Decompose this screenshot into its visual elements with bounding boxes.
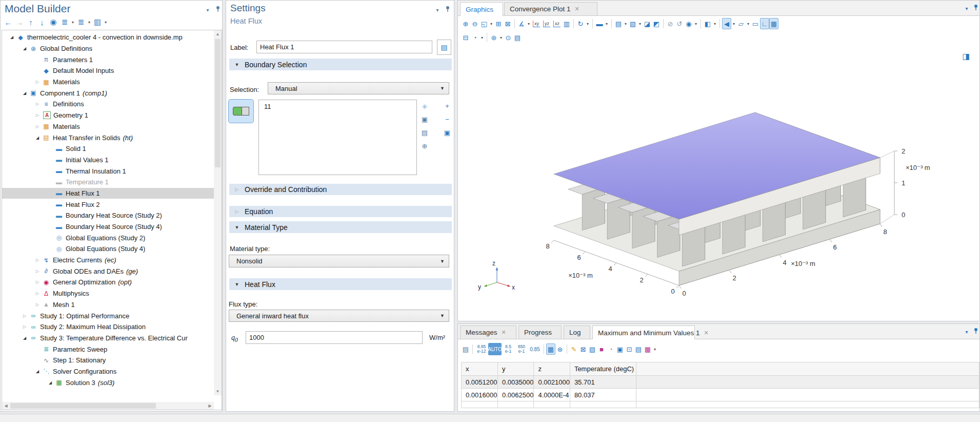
table-surface-button[interactable]: ▦: [643, 343, 652, 355]
table-row[interactable]: 0.00512000.00350000.002100035.701: [462, 376, 979, 389]
tree-item-general-optimization[interactable]: ▷◉General Optimization(opt): [2, 277, 214, 288]
section-equation[interactable]: ▷ Equation: [229, 206, 452, 217]
environment-reflections-button[interactable]: ▧: [628, 18, 637, 29]
view-yz-button[interactable]: yz: [543, 21, 550, 27]
hide-selected-button[interactable]: ⊘: [666, 18, 675, 29]
export-table-button[interactable]: ⊡: [625, 343, 634, 355]
plot-window-settings-button[interactable]: ◨: [961, 50, 972, 62]
expanded-arrow-icon[interactable]: ◢: [7, 35, 16, 40]
scroll-down-icon[interactable]: ▼: [214, 388, 222, 395]
selection-list[interactable]: 11: [258, 100, 417, 175]
zoom-box-dropdown-icon[interactable]: ▾: [489, 22, 494, 26]
tree-item-global-equations-study-2[interactable]: ◎Global Equations (Study 2): [2, 232, 214, 243]
tree-item-thermal-insulation-1[interactable]: ▬Thermal Insulation 1: [2, 165, 214, 177]
expand-all-button[interactable]: ≣: [59, 16, 70, 28]
tree-item-boundary-heat-source-study-2[interactable]: ▬Boundary Heat Source (Study 2): [2, 210, 214, 221]
deselect-box-button[interactable]: ◩: [652, 18, 661, 29]
section-override-and-contribution[interactable]: ▷ Override and Contribution: [229, 184, 452, 195]
collapsed-arrow-icon[interactable]: ▷: [33, 280, 42, 284]
create-selection-button[interactable]: ◈: [419, 100, 430, 111]
zoom-extents-button[interactable]: ⊞: [494, 18, 503, 29]
table-settings-button[interactable]: ▤: [461, 343, 470, 355]
tree-item-multiphysics[interactable]: ▷ΔMultiphysics: [2, 288, 214, 299]
active-toggle-button[interactable]: [228, 99, 254, 123]
table-cell[interactable]: 0.0021000: [534, 376, 570, 389]
scene-light-button[interactable]: ▬: [595, 18, 604, 29]
play-audio-button[interactable]: ◔: [606, 343, 615, 355]
color-legend-button[interactable]: ■: [597, 343, 606, 355]
copy-table-and-headers-button[interactable]: ▣: [615, 343, 625, 355]
tree-item-definitions[interactable]: ▷≡Definitions: [2, 99, 214, 110]
table-row[interactable]: 0.00160000.00625004.0000E-480.037: [462, 389, 979, 401]
image-snapshot-button[interactable]: ⊙: [504, 32, 513, 43]
zoom-box-button[interactable]: ◱: [479, 18, 489, 29]
zoom-out-button[interactable]: ⊖: [470, 18, 479, 29]
orthographic-projection-button[interactable]: ▥: [562, 18, 571, 29]
scrollbar-thumb[interactable]: [215, 39, 221, 167]
max-min-values-table[interactable]: xyzTemperature (degC)0.00512000.00350000…: [461, 362, 979, 408]
table-graph-button[interactable]: ▧: [588, 343, 597, 355]
tab-graphics[interactable]: Graphics: [460, 2, 503, 16]
tree-item-solution-3[interactable]: ◢▦Solution 3(sol3): [2, 377, 214, 388]
column-header-empty[interactable]: [636, 362, 979, 376]
tree-item-component-1[interactable]: ◢▣Component 1(comp1): [2, 87, 214, 99]
selection-list-item[interactable]: 11: [264, 103, 411, 110]
tab-log[interactable]: Log: [564, 325, 590, 339]
grid-button[interactable]: ▦: [769, 18, 778, 29]
collapsed-arrow-icon[interactable]: ▷: [20, 324, 29, 329]
scrollbar-thumb[interactable]: [10, 403, 156, 409]
select-box-button[interactable]: ◪: [643, 18, 652, 29]
q0-input[interactable]: [246, 331, 423, 344]
selection-dropdown[interactable]: Manual ▼: [268, 82, 449, 94]
column-header-x[interactable]: x: [462, 362, 498, 376]
wireframe-rendering-dropdown-icon[interactable]: ▾: [746, 22, 751, 26]
tree-item-thermoelectric-cooler-4-convection-in-downside-mp[interactable]: ◢◆thermoelectric_cooler 4 - convection i…: [2, 32, 214, 43]
zoom-to-selection-button[interactable]: ▣: [442, 127, 453, 138]
print-button[interactable]: ▤: [513, 32, 522, 43]
back-button[interactable]: ←: [3, 16, 14, 28]
wireframe-rendering-button[interactable]: ▱: [736, 18, 746, 29]
collapsed-arrow-icon[interactable]: ▷: [33, 102, 42, 106]
tree-item-step-1-stationary[interactable]: ∿Step 1: Stationary: [2, 355, 214, 366]
tree-item-heat-flux-1[interactable]: ▬Heat Flux 1: [2, 188, 214, 199]
panel-menu-arrow-icon[interactable]: ▾: [963, 328, 971, 336]
axis-orientation-button[interactable]: ∟: [760, 18, 769, 29]
tree-horizontal-scrollbar[interactable]: ◀ ▶: [2, 402, 214, 410]
tree-item-default-model-inputs[interactable]: ◆Default Model Inputs: [2, 65, 214, 76]
expand-all-dropdown-icon[interactable]: ▾: [70, 20, 75, 25]
hide-geometric-entities-button[interactable]: ⊟: [461, 32, 470, 43]
pin-icon[interactable]: [972, 3, 980, 11]
tree-item-initial-values-1[interactable]: ▬Initial Values 1: [2, 155, 214, 166]
reset-hiding-button[interactable]: ↺: [675, 18, 684, 29]
move-selection-button[interactable]: ⊕: [419, 140, 430, 151]
table-cell[interactable]: 35.701: [570, 376, 636, 389]
expanded-arrow-icon[interactable]: ◢: [20, 46, 29, 51]
model-tree-node-text-button[interactable]: ▥: [92, 16, 103, 28]
tree-item-geometry-1[interactable]: ▷AGeometry 1: [2, 110, 214, 121]
show-button[interactable]: ◉: [48, 16, 59, 28]
tab-progress[interactable]: Progress: [518, 325, 562, 339]
tree-item-boundary-heat-source-study-4[interactable]: ▬Boundary Heat Source (Study 4): [2, 221, 214, 233]
view-xy-button[interactable]: xy: [533, 21, 540, 27]
collapse-all-button[interactable]: ≣: [75, 16, 87, 28]
move-up-button[interactable]: ↑: [25, 16, 36, 28]
collapsed-arrow-icon[interactable]: ▷: [33, 302, 42, 307]
scroll-up-icon[interactable]: ▲: [214, 30, 222, 38]
tree-vertical-scrollbar[interactable]: ▲ ▼: [214, 30, 222, 395]
precision-8.5e-1-button[interactable]: 8.5e-1: [502, 343, 515, 355]
expanded-arrow-icon[interactable]: ◢: [33, 369, 42, 374]
tab-maximum-and-minimum-values-1[interactable]: Maximum and Minimum Values 1✕: [592, 325, 695, 339]
clip-planes-button[interactable]: ◧: [703, 18, 712, 29]
select-entities-button[interactable]: ◔: [470, 32, 479, 43]
tree-item-electric-currents[interactable]: ▷↯Electric Currents(ec): [2, 255, 214, 266]
3d-model-view[interactable]: 86420×10⁻³ m02468×10⁻³ m012×10⁻³ mzyx: [458, 45, 980, 321]
remove-from-selection-button[interactable]: −: [442, 113, 453, 125]
copy-selection-button[interactable]: ▣: [419, 113, 430, 125]
tab-messages[interactable]: Messages✕: [460, 325, 516, 339]
tree-item-materials[interactable]: ▷▦Materials: [2, 121, 214, 132]
scientific-notation-button[interactable]: ⊛: [555, 343, 565, 355]
table-cell[interactable]: 80.037: [570, 389, 636, 401]
table-cell[interactable]: 0.0016000: [462, 389, 498, 401]
clear-table-button[interactable]: ✎: [569, 343, 578, 355]
scene-light-dropdown-icon[interactable]: ▾: [604, 22, 609, 26]
